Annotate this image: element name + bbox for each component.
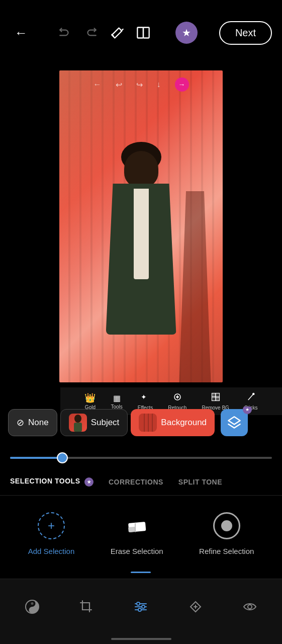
selection-tools-star: ★ [84,477,93,487]
magic-tool-button[interactable] [106,22,128,44]
intensity-slider[interactable] [10,450,272,465]
star-icon: ★ [182,27,191,39]
subject-thumbnail [69,414,87,432]
background-chip-wrap: Background ★ [131,409,251,436]
undo-icon [58,26,71,39]
svg-point-10 [253,393,254,394]
next-button[interactable]: Next [219,21,272,45]
sticks-icon [246,392,255,404]
none-icon: ⊘ [17,417,24,428]
add-selection-tool[interactable]: + Add Selection [28,511,75,555]
top-toolbar: ← ★ [0,0,282,65]
svg-rect-12 [74,423,82,432]
bottom-nav [0,579,282,644]
person-shirt [134,189,149,279]
crop-icon [79,599,94,614]
refine-selection-label: Refine Selection [199,547,254,555]
photo-download-icon[interactable]: ↓ [157,80,161,89]
edit-controls [54,22,154,44]
erase-selection-icon [123,512,150,539]
erase-selection-tool[interactable]: Erase Selection [111,511,163,555]
eye-icon [242,599,257,614]
photo-inner-toolbar: ← ↩ ↪ ↓ → [59,77,223,92]
erase-selection-icon-wrap [122,511,152,541]
nav-preview[interactable] [236,595,263,618]
add-selection-icon-wrap: + [36,511,66,541]
tools-icon: ▦ [113,393,121,403]
none-label: None [28,418,49,428]
retouch-icon [173,392,182,404]
undo-button[interactable] [54,22,76,44]
back-icon: ← [15,25,28,41]
svg-rect-6 [212,393,216,397]
chip-none[interactable]: ⊘ None [8,409,57,436]
removebg-icon [211,392,220,404]
refine-selection-icon-wrap [212,511,242,541]
nav-crop[interactable] [73,595,100,618]
selection-tools-section: SELECTION TOOLS ★ CORRECTIONS SPLIT TONE… [0,470,282,579]
svg-rect-24 [82,603,89,610]
photo-undo-icon[interactable]: ↩ [116,80,122,90]
svg-point-29 [142,605,145,608]
tab-selection-tools[interactable]: SELECTION TOOLS ★ [10,477,93,488]
tab-split-tone[interactable]: SPLIT TONE [178,478,222,488]
section-tabs: SELECTION TOOLS ★ CORRECTIONS SPLIT TONE [0,470,282,496]
layers-button[interactable]: ★ [221,409,248,436]
svg-point-23 [31,609,34,611]
slider-track [10,457,272,459]
nav-tone[interactable] [19,595,46,618]
heal-icon [188,599,203,614]
subject-label: Subject [91,418,120,428]
compare-button[interactable] [132,22,154,44]
svg-rect-9 [216,393,220,397]
person-head [124,151,158,187]
layers-icon [227,416,241,430]
svg-rect-2 [137,28,143,38]
background-thumbnail [139,414,157,432]
premium-badge[interactable]: ★ [175,22,198,44]
photo-canvas[interactable]: ← ↩ ↪ ↓ → [59,70,223,382]
photo-forward-icon[interactable]: → [175,77,189,92]
tab-corrections[interactable]: CORRECTIONS [109,478,163,488]
refine-selection-icon [213,512,240,539]
redo-button[interactable] [80,22,102,44]
add-selection-label: Add Selection [28,547,75,555]
svg-point-22 [31,602,34,605]
chip-subject[interactable]: Subject [60,409,128,436]
nav-adjust[interactable] [127,595,154,618]
svg-point-30 [138,608,141,611]
yin-yang-icon [25,599,40,614]
svg-point-11 [74,415,81,423]
svg-line-0 [121,29,123,31]
add-selection-icon: + [38,512,65,539]
chip-background[interactable]: Background [131,409,215,436]
canvas-area: ← ↩ ↪ ↓ → [0,65,282,387]
svg-marker-17 [228,417,240,424]
home-indicator [111,638,171,640]
svg-rect-7 [216,397,220,401]
svg-rect-3 [143,28,149,38]
refine-inner-dot [220,519,234,533]
svg-point-28 [137,602,140,605]
svg-text:✦: ✦ [141,393,147,400]
slider-thumb[interactable] [57,452,68,463]
tools-grid: + Add Selection Erase Selection [0,496,282,555]
photo-redo-icon[interactable]: ↪ [136,80,143,90]
photo-back-icon[interactable]: ← [93,80,102,89]
compare-icon [136,26,150,40]
person-figure [96,151,186,382]
erase-selection-label: Erase Selection [111,547,163,555]
svg-point-33 [248,605,252,609]
svg-rect-19 [128,527,136,532]
slider-fill [10,457,62,459]
layers-premium-star: ★ [243,407,252,414]
redo-icon [84,26,98,39]
nav-heal[interactable] [182,595,209,618]
effects-icon: ✦ [141,392,150,404]
refine-selection-tool[interactable]: Refine Selection [199,511,254,555]
back-button[interactable]: ← [10,22,32,44]
background-label: Background [161,418,207,428]
nav-active-indicator [131,572,151,573]
svg-rect-8 [212,397,216,401]
add-selection-plus: + [48,519,55,533]
